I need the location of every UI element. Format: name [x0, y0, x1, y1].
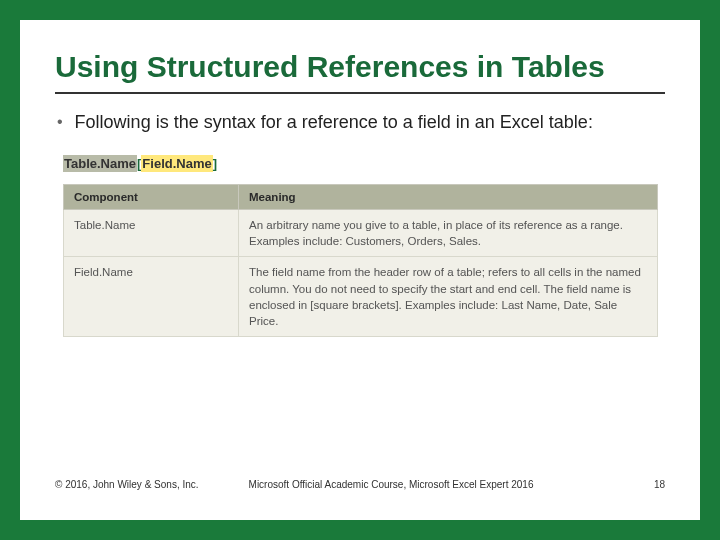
- cell-meaning: The field name from the header row of a …: [239, 257, 658, 336]
- syntax-table-part: Table.Name: [63, 155, 137, 172]
- table-row: Field.Name The field name from the heade…: [64, 257, 658, 336]
- footer-page-number: 18: [654, 479, 665, 490]
- slide-title: Using Structured References in Tables: [55, 50, 665, 94]
- table-row: Table.Name An arbitrary name you give to…: [64, 210, 658, 257]
- syntax-field-part: Field.Name: [141, 155, 212, 172]
- syntax-right-bracket: ]: [213, 156, 217, 171]
- bullet-item: • Following is the syntax for a referenc…: [55, 110, 665, 134]
- table-header-row: Component Meaning: [64, 185, 658, 210]
- slide: Using Structured References in Tables • …: [20, 20, 700, 520]
- cell-meaning: An arbitrary name you give to a table, i…: [239, 210, 658, 257]
- footer-copyright: © 2016, John Wiley & Sons, Inc.: [55, 479, 199, 490]
- slide-footer: © 2016, John Wiley & Sons, Inc. Microsof…: [55, 479, 665, 490]
- header-meaning: Meaning: [239, 185, 658, 210]
- cell-component: Field.Name: [64, 257, 239, 336]
- syntax-example: Table.Name[Field.Name]: [63, 154, 665, 172]
- header-component: Component: [64, 185, 239, 210]
- bullet-dot: •: [57, 110, 63, 134]
- bullet-text: Following is the syntax for a reference …: [75, 110, 593, 134]
- definition-table: Component Meaning Table.Name An arbitrar…: [63, 184, 658, 337]
- cell-component: Table.Name: [64, 210, 239, 257]
- footer-course: Microsoft Official Academic Course, Micr…: [199, 479, 654, 490]
